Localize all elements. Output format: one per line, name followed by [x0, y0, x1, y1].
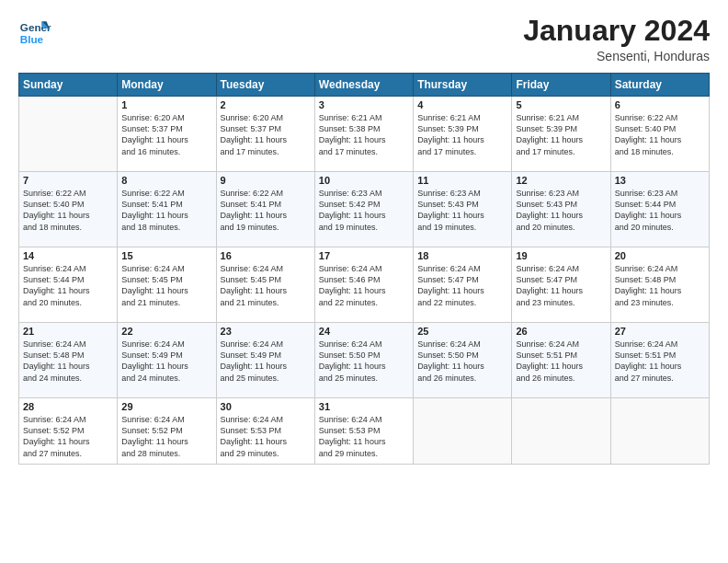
day-number: 25 — [417, 326, 507, 337]
day-info: Sunrise: 6:21 AM Sunset: 5:39 PM Dayligh… — [417, 112, 507, 157]
day-info: Sunrise: 6:24 AM Sunset: 5:47 PM Dayligh… — [417, 263, 507, 308]
day-number: 13 — [615, 175, 705, 186]
day-number: 27 — [615, 326, 705, 337]
day-info: Sunrise: 6:24 AM Sunset: 5:50 PM Dayligh… — [417, 339, 507, 384]
day-info: Sunrise: 6:24 AM Sunset: 5:51 PM Dayligh… — [516, 339, 606, 384]
day-number: 31 — [319, 401, 409, 412]
day-cell: 19Sunrise: 6:24 AM Sunset: 5:47 PM Dayli… — [512, 247, 610, 323]
svg-text:Blue: Blue — [20, 33, 44, 45]
day-info: Sunrise: 6:24 AM Sunset: 5:52 PM Dayligh… — [23, 414, 113, 459]
day-header-thursday: Thursday — [414, 74, 512, 97]
day-info: Sunrise: 6:24 AM Sunset: 5:44 PM Dayligh… — [23, 263, 113, 308]
day-cell: 26Sunrise: 6:24 AM Sunset: 5:51 PM Dayli… — [512, 323, 610, 398]
day-cell: 17Sunrise: 6:24 AM Sunset: 5:46 PM Dayli… — [314, 247, 413, 323]
day-info: Sunrise: 6:24 AM Sunset: 5:51 PM Dayligh… — [615, 339, 705, 384]
day-number: 11 — [417, 175, 507, 186]
day-cell: 14Sunrise: 6:24 AM Sunset: 5:44 PM Dayli… — [19, 247, 118, 323]
day-cell: 13Sunrise: 6:23 AM Sunset: 5:44 PM Dayli… — [610, 172, 709, 247]
logo: General Blue — [18, 15, 51, 48]
day-info: Sunrise: 6:24 AM Sunset: 5:45 PM Dayligh… — [121, 263, 211, 308]
day-info: Sunrise: 6:22 AM Sunset: 5:41 PM Dayligh… — [121, 188, 211, 233]
week-row-5: 28Sunrise: 6:24 AM Sunset: 5:52 PM Dayli… — [19, 398, 710, 465]
week-row-1: 1Sunrise: 6:20 AM Sunset: 5:37 PM Daylig… — [19, 97, 710, 172]
day-info: Sunrise: 6:24 AM Sunset: 5:49 PM Dayligh… — [121, 339, 211, 384]
day-cell: 20Sunrise: 6:24 AM Sunset: 5:48 PM Dayli… — [610, 247, 709, 323]
day-number: 29 — [121, 401, 211, 412]
day-number: 10 — [319, 175, 409, 186]
day-headers-row: SundayMondayTuesdayWednesdayThursdayFrid… — [19, 74, 710, 97]
day-number: 17 — [319, 250, 409, 261]
month-title: January 2024 — [523, 15, 710, 47]
week-row-2: 7Sunrise: 6:22 AM Sunset: 5:40 PM Daylig… — [19, 172, 710, 247]
day-number: 15 — [121, 250, 211, 261]
day-number: 30 — [221, 401, 311, 412]
day-cell — [19, 97, 118, 172]
week-row-3: 14Sunrise: 6:24 AM Sunset: 5:44 PM Dayli… — [19, 247, 710, 323]
day-cell: 7Sunrise: 6:22 AM Sunset: 5:40 PM Daylig… — [19, 172, 118, 247]
day-header-tuesday: Tuesday — [216, 74, 314, 97]
day-number: 2 — [221, 99, 311, 110]
day-info: Sunrise: 6:24 AM Sunset: 5:52 PM Dayligh… — [121, 414, 211, 459]
day-number: 6 — [615, 99, 705, 110]
day-cell — [512, 398, 610, 465]
day-cell: 6Sunrise: 6:22 AM Sunset: 5:40 PM Daylig… — [610, 97, 709, 172]
day-number: 22 — [121, 326, 211, 337]
day-cell: 23Sunrise: 6:24 AM Sunset: 5:49 PM Dayli… — [216, 323, 314, 398]
day-cell: 21Sunrise: 6:24 AM Sunset: 5:48 PM Dayli… — [19, 323, 118, 398]
day-number: 16 — [221, 250, 311, 261]
day-info: Sunrise: 6:23 AM Sunset: 5:43 PM Dayligh… — [516, 188, 606, 233]
day-cell: 31Sunrise: 6:24 AM Sunset: 5:53 PM Dayli… — [314, 398, 413, 465]
day-cell: 11Sunrise: 6:23 AM Sunset: 5:43 PM Dayli… — [414, 172, 512, 247]
day-cell: 5Sunrise: 6:21 AM Sunset: 5:39 PM Daylig… — [512, 97, 610, 172]
day-cell — [610, 398, 709, 465]
day-cell: 9Sunrise: 6:22 AM Sunset: 5:41 PM Daylig… — [216, 172, 314, 247]
day-info: Sunrise: 6:21 AM Sunset: 5:39 PM Dayligh… — [516, 112, 606, 157]
day-number: 14 — [23, 250, 113, 261]
day-cell: 10Sunrise: 6:23 AM Sunset: 5:42 PM Dayli… — [314, 172, 413, 247]
day-info: Sunrise: 6:24 AM Sunset: 5:48 PM Dayligh… — [23, 339, 113, 384]
day-cell: 24Sunrise: 6:24 AM Sunset: 5:50 PM Dayli… — [314, 323, 413, 398]
day-cell: 29Sunrise: 6:24 AM Sunset: 5:52 PM Dayli… — [118, 398, 216, 465]
day-number: 21 — [23, 326, 113, 337]
title-block: January 2024 Sensenti, Honduras — [523, 15, 710, 63]
day-info: Sunrise: 6:23 AM Sunset: 5:43 PM Dayligh… — [417, 188, 507, 233]
day-info: Sunrise: 6:22 AM Sunset: 5:41 PM Dayligh… — [221, 188, 311, 233]
day-cell: 30Sunrise: 6:24 AM Sunset: 5:53 PM Dayli… — [216, 398, 314, 465]
day-number: 26 — [516, 326, 606, 337]
day-number: 19 — [516, 250, 606, 261]
day-cell: 18Sunrise: 6:24 AM Sunset: 5:47 PM Dayli… — [414, 247, 512, 323]
day-number: 5 — [516, 99, 606, 110]
day-number: 1 — [121, 99, 211, 110]
day-header-friday: Friday — [512, 74, 610, 97]
day-info: Sunrise: 6:22 AM Sunset: 5:40 PM Dayligh… — [23, 188, 113, 233]
day-info: Sunrise: 6:24 AM Sunset: 5:46 PM Dayligh… — [319, 263, 409, 308]
day-cell: 16Sunrise: 6:24 AM Sunset: 5:45 PM Dayli… — [216, 247, 314, 323]
day-cell — [414, 398, 512, 465]
day-number: 7 — [23, 175, 113, 186]
day-header-saturday: Saturday — [610, 74, 709, 97]
day-number: 12 — [516, 175, 606, 186]
day-cell: 4Sunrise: 6:21 AM Sunset: 5:39 PM Daylig… — [414, 97, 512, 172]
day-number: 28 — [23, 401, 113, 412]
day-header-wednesday: Wednesday — [314, 74, 413, 97]
day-info: Sunrise: 6:24 AM Sunset: 5:45 PM Dayligh… — [221, 263, 311, 308]
day-number: 4 — [417, 99, 507, 110]
day-number: 8 — [121, 175, 211, 186]
calendar-page: General Blue January 2024 Sensenti, Hond… — [0, 0, 728, 563]
day-number: 23 — [221, 326, 311, 337]
day-cell: 25Sunrise: 6:24 AM Sunset: 5:50 PM Dayli… — [414, 323, 512, 398]
day-cell: 28Sunrise: 6:24 AM Sunset: 5:52 PM Dayli… — [19, 398, 118, 465]
day-info: Sunrise: 6:24 AM Sunset: 5:53 PM Dayligh… — [319, 414, 409, 459]
day-info: Sunrise: 6:24 AM Sunset: 5:49 PM Dayligh… — [221, 339, 311, 384]
day-cell: 3Sunrise: 6:21 AM Sunset: 5:38 PM Daylig… — [314, 97, 413, 172]
day-cell: 12Sunrise: 6:23 AM Sunset: 5:43 PM Dayli… — [512, 172, 610, 247]
week-row-4: 21Sunrise: 6:24 AM Sunset: 5:48 PM Dayli… — [19, 323, 710, 398]
day-cell: 2Sunrise: 6:20 AM Sunset: 5:37 PM Daylig… — [216, 97, 314, 172]
day-number: 24 — [319, 326, 409, 337]
day-info: Sunrise: 6:24 AM Sunset: 5:50 PM Dayligh… — [319, 339, 409, 384]
logo-icon: General Blue — [18, 15, 51, 48]
location-subtitle: Sensenti, Honduras — [523, 49, 710, 63]
day-info: Sunrise: 6:20 AM Sunset: 5:37 PM Dayligh… — [221, 112, 311, 157]
day-header-sunday: Sunday — [19, 74, 118, 97]
day-info: Sunrise: 6:20 AM Sunset: 5:37 PM Dayligh… — [121, 112, 211, 157]
